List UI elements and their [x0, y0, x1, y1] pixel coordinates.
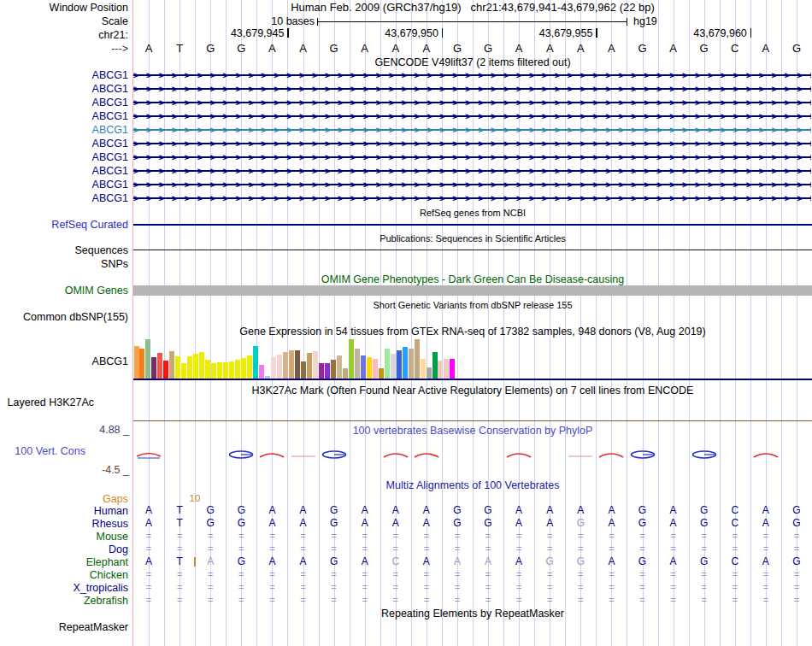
gene-model-row[interactable]: >>>>>>>>>>>>>>>>>>>>>>>>>>>>>>>>>>>>>>>>… [133, 82, 811, 96]
gtex-bar[interactable] [223, 362, 228, 379]
gtex-bar[interactable] [277, 355, 282, 379]
alignment-row[interactable]: ====================== [133, 594, 812, 607]
gtex-bar[interactable] [343, 368, 348, 379]
gtex-bar[interactable] [307, 353, 312, 379]
gene-label[interactable]: ABCG1 [0, 110, 128, 122]
gtex-bar[interactable] [379, 368, 384, 379]
gtex-bar[interactable] [181, 363, 186, 379]
phylop-mark-faint[interactable] [566, 449, 595, 461]
gtex-bar[interactable] [169, 351, 174, 379]
gene-model-row[interactable]: >>>>>>>>>>>>>>>>>>>>>>>>>>>>>>>>>>>>>>>>… [133, 150, 811, 164]
alignment-row[interactable]: ====================== [133, 568, 812, 581]
phylop-mark-red[interactable] [504, 449, 533, 461]
gtex-bar[interactable] [253, 346, 258, 379]
gtex-bar[interactable] [337, 355, 342, 379]
phylop-mark-faint[interactable] [289, 449, 318, 461]
gtex-bar[interactable] [421, 359, 426, 379]
publications-snps-label[interactable]: SNPs [0, 258, 128, 270]
gtex-bar[interactable] [205, 360, 210, 379]
gene-label[interactable]: ABCG1 [0, 97, 128, 109]
gene-label[interactable]: ABCG1 [0, 83, 128, 95]
gtex-bar[interactable] [271, 357, 276, 379]
gtex-bar[interactable] [283, 352, 288, 379]
alignment-row[interactable]: ATAGAAGACAAAAGGAGAGCAG [133, 555, 812, 568]
gene-label[interactable]: ABCG1 [0, 69, 128, 81]
publications-sequences-label[interactable]: Sequences [0, 244, 128, 256]
phylop-mark-red[interactable] [257, 449, 286, 461]
gene-label[interactable]: ABCG1 [0, 192, 128, 204]
gtex-bar[interactable] [331, 360, 336, 379]
gtex-bar[interactable] [139, 349, 144, 379]
phylop-mark-red[interactable] [381, 449, 410, 461]
gtex-bar[interactable] [313, 351, 318, 379]
gene-model-row[interactable]: >>>>>>>>>>>>>>>>>>>>>>>>>>>>>>>>>>>>>>>>… [133, 109, 811, 123]
gtex-bar[interactable] [403, 347, 408, 379]
refseq-curated-item[interactable] [133, 224, 812, 226]
gtex-bar[interactable] [163, 361, 168, 379]
gtex-bar[interactable] [295, 350, 300, 379]
phylop-mark-blue[interactable] [690, 449, 719, 461]
phylop-mark-blue[interactable] [628, 449, 657, 461]
alignment-row[interactable]: ====================== [133, 530, 812, 543]
gene-model-row[interactable]: >>>>>>>>>>>>>>>>>>>>>>>>>>>>>>>>>>>>>>>>… [133, 178, 811, 191]
repeatmasker-label[interactable]: RepeatMasker [0, 621, 128, 633]
gtex-gene-label[interactable]: ABCG1 [0, 355, 128, 367]
species-label[interactable]: Zebrafish [0, 595, 128, 607]
gtex-bar[interactable] [259, 365, 264, 379]
gene-label[interactable]: ABCG1 [0, 138, 128, 150]
gtex-bar[interactable] [409, 349, 414, 379]
gene-label[interactable]: ABCG1 [0, 165, 128, 177]
gene-model-row[interactable]: >>>>>>>>>>>>>>>>>>>>>>>>>>>>>>>>>>>>>>>>… [133, 164, 811, 178]
gtex-bar[interactable] [391, 354, 396, 379]
phylop-mark-blue[interactable] [320, 449, 349, 461]
gtex-bar[interactable] [241, 358, 246, 379]
phylop-mark-red[interactable] [412, 449, 441, 461]
gtex-bar[interactable] [247, 355, 252, 379]
gtex-bar[interactable] [157, 353, 162, 379]
species-label[interactable]: Mouse [0, 531, 128, 543]
species-label[interactable]: X_tropicalis [0, 582, 128, 594]
layered-h3k27ac-label[interactable]: Layered H3K27Ac [0, 396, 94, 408]
gene-model-row[interactable]: >>>>>>>>>>>>>>>>>>>>>>>>>>>>>>>>>>>>>>>>… [133, 123, 811, 137]
gtex-bar[interactable] [438, 361, 443, 379]
gtex-bar[interactable] [235, 360, 240, 379]
gtex-bar[interactable] [373, 359, 378, 379]
gtex-bar[interactable] [444, 359, 449, 379]
species-label[interactable]: Chicken [0, 569, 128, 581]
alignment-row[interactable]: ====================== [133, 581, 812, 594]
omim-genes-label[interactable]: OMIM Genes [0, 285, 128, 297]
alignment-row[interactable]: ATGGAAGAAAGGAAGAGAGCAG [133, 517, 812, 530]
species-label[interactable]: Human [0, 505, 128, 517]
gtex-bar[interactable] [187, 356, 192, 379]
gtex-bar[interactable] [432, 352, 438, 379]
gtex-bar[interactable] [361, 355, 366, 379]
alignment-row[interactable]: ATGGAAGAAAGGAAAAGAGCAG [133, 504, 812, 517]
gene-model-row[interactable]: >>>>>>>>>>>>>>>>>>>>>>>>>>>>>>>>>>>>>>>>… [133, 96, 811, 109]
gene-model-row[interactable]: >>>>>>>>>>>>>>>>>>>>>>>>>>>>>>>>>>>>>>>>… [133, 137, 811, 150]
gtex-bar[interactable] [319, 363, 324, 379]
publications-sequences-item[interactable] [133, 250, 812, 250]
gtex-bar[interactable] [397, 350, 402, 379]
alignment-row[interactable]: ====================== [133, 543, 812, 555]
multiz-gaps-label[interactable]: Gaps [0, 493, 128, 505]
gene-model-row[interactable]: >>>>>>>>>>>>>>>>>>>>>>>>>>>>>>>>>>>>>>>>… [133, 68, 811, 82]
gtex-bar[interactable] [367, 357, 372, 379]
common-dbsnp-label[interactable]: Common dbSNP(155) [0, 311, 128, 323]
gtex-bar[interactable] [151, 357, 156, 379]
gtex-bar[interactable] [211, 363, 216, 379]
gtex-bar[interactable] [175, 356, 180, 379]
conservation-label[interactable]: 100 Vert. Cons [0, 445, 85, 457]
gtex-bar[interactable] [217, 362, 222, 379]
gene-label[interactable]: ABCG1 [0, 124, 128, 136]
h3k27ac-signal-line[interactable] [133, 420, 812, 421]
gtex-bar[interactable] [427, 367, 432, 379]
gtex-bar[interactable] [289, 350, 294, 379]
species-label[interactable]: Elephant [0, 556, 128, 568]
gtex-bar[interactable] [134, 346, 139, 379]
omim-gene-bar[interactable] [133, 285, 812, 296]
gtex-bar[interactable] [199, 352, 204, 379]
gtex-bar[interactable] [229, 361, 234, 379]
gtex-bar[interactable] [385, 349, 390, 379]
phylop-mark-red[interactable] [751, 449, 780, 461]
gtex-bar[interactable] [450, 359, 455, 379]
